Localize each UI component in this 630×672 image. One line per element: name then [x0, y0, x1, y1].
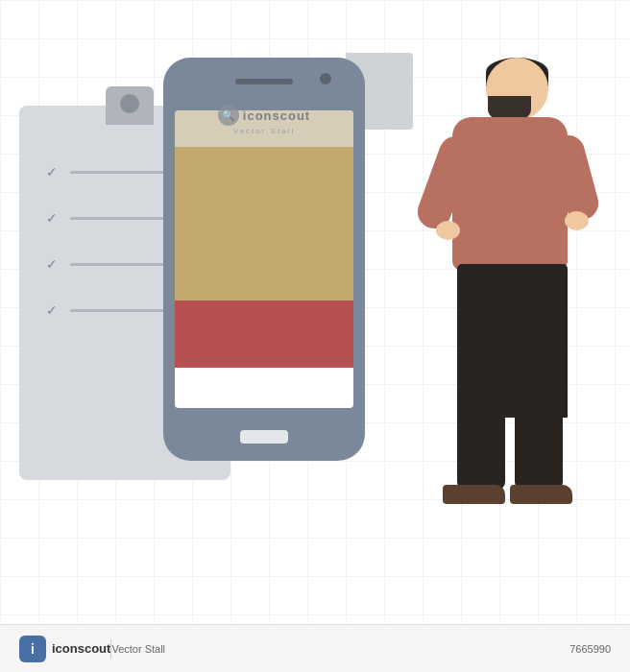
watermark-brand-text: iconscout [243, 108, 310, 123]
person-hand-right [565, 211, 589, 230]
bottom-tagline: Vector Stall [111, 643, 165, 655]
person-shoe-right [510, 485, 572, 504]
bottom-logo-icon: i [19, 636, 46, 662]
watermark-icon: 🔍 [218, 105, 239, 126]
check-mark-icon: ✓ [43, 301, 61, 319]
person-torso [452, 117, 568, 271]
phone-screen-footer [175, 300, 353, 368]
watermark-logo: 🔍 iconscout [218, 105, 310, 126]
bottom-logo: i iconscout [19, 636, 110, 662]
bottom-item-id: 7665990 [569, 643, 611, 655]
phone-home-button [240, 430, 288, 444]
phone-camera [320, 73, 331, 84]
phone-screen [175, 110, 353, 408]
person-hand-left [436, 221, 460, 240]
person-shoe-left [443, 485, 505, 504]
bottom-logo-text: iconscout [52, 641, 110, 656]
person-leg-left [457, 384, 505, 490]
scene: ✓ ✓ ✓ ✓ [0, 0, 630, 672]
check-mark-icon: ✓ [43, 163, 61, 180]
phone-speaker [235, 79, 293, 84]
check-mark-icon: ✓ [43, 209, 61, 227]
clipboard-clip [106, 86, 154, 125]
check-mark-icon: ✓ [43, 255, 61, 273]
watermark: 🔍 iconscout Vector Stall [173, 96, 355, 144]
watermark-sub-text: Vector Stall [233, 127, 295, 135]
person-leg-right [515, 384, 563, 490]
phone-screen-main [175, 147, 353, 300]
bottom-bar: i iconscout Vector Stall 7665990 [0, 624, 630, 672]
person [419, 58, 592, 518]
